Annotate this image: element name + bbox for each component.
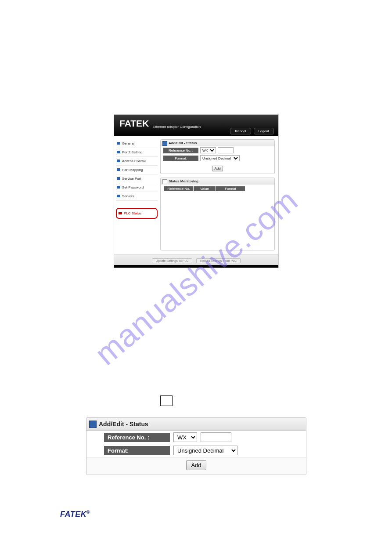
detail-fmt-select[interactable]: Unsigned Decimal xyxy=(173,446,237,455)
status-monitor-title: Status Monitoring xyxy=(161,178,274,185)
detail-ref-row: Reference No. : WX xyxy=(86,431,306,444)
col-val: Value xyxy=(194,186,216,191)
sidebar-item-access[interactable]: Access Control xyxy=(116,157,158,166)
ref-number-input[interactable] xyxy=(218,147,234,153)
sidebar-item-general[interactable]: General xyxy=(116,139,158,148)
addedit-title: Add/Edit - Status xyxy=(161,140,274,146)
panel-bottom-bar xyxy=(114,265,278,268)
sidebar-item-service[interactable]: Service Port xyxy=(116,174,158,183)
brand-logo: FATEK xyxy=(119,118,149,129)
sidebar-item-plc-status[interactable]: PLC Status xyxy=(118,210,155,216)
add-button[interactable]: Add xyxy=(212,166,223,171)
status-monitor-card: Status Monitoring Reference No. Value Fo… xyxy=(160,178,275,250)
addedit-card: Add/Edit - Status Reference No. : WX For… xyxy=(160,139,275,174)
ref-label: Reference No. : xyxy=(163,148,198,153)
update-plc-button[interactable]: Update Settings To PLC xyxy=(152,258,193,263)
detail-ref-select[interactable]: WX xyxy=(173,432,197,442)
addedit-detail: Add/Edit - Status Reference No. : WX For… xyxy=(86,417,306,475)
plc-status-highlight: PLC Status xyxy=(116,208,158,219)
registered-icon: ® xyxy=(86,510,90,515)
ref-select[interactable]: WX xyxy=(200,147,216,153)
status-table-body xyxy=(161,193,274,250)
reload-plc-button[interactable]: Reload Settings From PLC xyxy=(196,258,241,263)
sidebar-item-servers[interactable]: Servers xyxy=(116,192,158,201)
footer-logo: FATEK® xyxy=(60,510,90,519)
footer-logo-text: FATEK xyxy=(60,510,86,519)
panel-header: FATEK Ethernet adaptor Configuration Reb… xyxy=(114,115,278,136)
sidebar-item-portmap[interactable]: Port Mapping xyxy=(116,166,158,174)
fmt-select[interactable]: Unsigned Decimal xyxy=(200,155,240,161)
panel-subtitle: Ethernet adaptor Configuration xyxy=(153,125,201,129)
ref-row: Reference No. : WX xyxy=(161,146,274,154)
col-fmt: Format xyxy=(216,186,245,191)
main-content: Add/Edit - Status Reference No. : WX For… xyxy=(160,139,275,250)
status-table-head: Reference No. Value Format xyxy=(164,186,271,191)
add-row: Add xyxy=(161,162,274,174)
fmt-label: Format: xyxy=(163,156,198,161)
fmt-row: Format: Unsigned Decimal xyxy=(161,154,274,162)
panel-footer: Update Settings To PLC Reload Settings F… xyxy=(114,254,278,265)
detail-ref-input[interactable] xyxy=(201,432,231,442)
detail-add-button[interactable]: Add xyxy=(186,460,206,470)
panel-body: General Port2 Setting Access Control Por… xyxy=(114,136,278,254)
config-panel: FATEK Ethernet adaptor Configuration Reb… xyxy=(114,114,279,268)
col-ref: Reference No. xyxy=(164,186,193,191)
detail-fmt-label: Format: xyxy=(104,446,170,455)
sidebar-gap xyxy=(116,201,158,207)
detail-fmt-row: Format: Unsigned Decimal xyxy=(86,444,306,457)
sidebar-nav: General Port2 Setting Access Control Por… xyxy=(116,139,158,250)
detail-ref-label: Reference No. : xyxy=(104,433,170,442)
logout-button[interactable]: Logout xyxy=(254,128,274,134)
sidebar-item-port2[interactable]: Port2 Setting xyxy=(116,148,158,157)
empty-box xyxy=(160,395,173,406)
sidebar-item-password[interactable]: Set Password xyxy=(116,183,158,192)
detail-add-row: Add xyxy=(86,457,306,475)
reboot-button[interactable]: Reboot xyxy=(230,128,251,134)
detail-title: Add/Edit - Status xyxy=(86,418,306,431)
